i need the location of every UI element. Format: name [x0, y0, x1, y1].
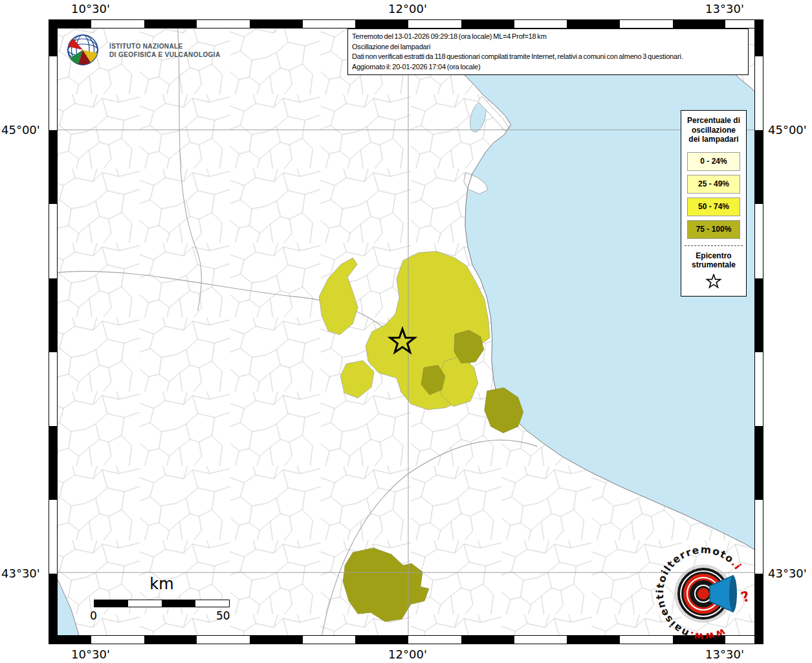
scalebar [94, 600, 230, 607]
legend-label-50-74: 50 - 74% [698, 202, 729, 211]
effect-subtitle: Oscillazione dei lampadari [352, 42, 744, 52]
lat-label-left-bottom: 43°30' [1, 567, 40, 580]
hsit-map-page: 10°30' 12°00' 13°30' 10°30' 12°00' 13°30… [0, 0, 812, 663]
scalebar-segment [128, 600, 162, 607]
lon-label-top-left: 10°30' [55, 2, 126, 16]
legend-label-25-49: 25 - 49% [698, 179, 729, 188]
intensity-legend: Percentuale di oscillazione dei lampadar… [681, 110, 747, 297]
legend-swatch-50-74: 50 - 74% [687, 197, 740, 216]
lon-label-bottom-right: 13°30' [689, 647, 760, 661]
scalebar-segment [94, 600, 128, 607]
hsit-logo[interactable]: ? www.haisentitoilterremoto.it [648, 538, 759, 649]
lat-label-left-top: 45°00' [1, 123, 40, 137]
lon-label-bottom-left: 10°30' [55, 647, 126, 661]
legend-swatch-0-24: 0 - 24% [687, 152, 740, 171]
legend-label-0-24: 0 - 24% [700, 157, 727, 166]
legend-swatch-75-100: 75 - 100% [687, 220, 740, 239]
lon-label-bottom-mid: 12°00' [372, 647, 443, 661]
legend-label-75-100: 75 - 100% [696, 225, 732, 234]
legend-swatch-25-49: 25 - 49% [687, 175, 740, 194]
lon-label-top-mid: 12°00' [372, 2, 443, 16]
ingv-globe-icon [62, 30, 104, 71]
earthquake-info-box: Terremoto del 13-01-2026 09:29:18 (ora l… [347, 28, 749, 75]
event-title: Terremoto del 13-01-2026 09:29:18 (ora l… [352, 32, 744, 42]
ingv-name-line1: ISTITUTO NAZIONALE [109, 42, 221, 51]
ingv-logo-block: ISTITUTO NAZIONALE DI GEOFISICA E VULCAN… [62, 30, 221, 71]
scalebar-end: 50 [216, 609, 230, 622]
border-ticks-left [49, 20, 58, 644]
hsit-url-prefix: www. [687, 626, 727, 643]
scalebar-segment [195, 600, 229, 607]
ingv-name-line2: DI GEOFISICA E VULCANOLOGIA [109, 51, 221, 59]
border-ticks-top [49, 20, 763, 28]
legend-epicenter-label: Epicentro strumentale [681, 251, 746, 270]
intensity-patches-50-74 [319, 251, 490, 409]
updated-timestamp: Aggiornato il: 20-01-2026 17:04 (ora loc… [352, 62, 744, 73]
scalebar-unit: km [116, 575, 207, 593]
hsit-question-mark: ? [739, 588, 752, 606]
lon-label-top-right: 13°30' [689, 2, 760, 16]
data-disclaimer: Dati non verificati estratti da 118 ques… [352, 52, 744, 62]
legend-star-icon [705, 274, 722, 289]
lat-label-right-top: 45°00' [768, 123, 807, 137]
legend-title: Percentuale di oscillazione dei lampadar… [681, 115, 746, 148]
scalebar-start: 0 [90, 609, 97, 622]
legend-divider [685, 245, 743, 246]
scalebar-segment [162, 600, 195, 607]
lat-label-right-bottom: 43°30' [768, 567, 807, 580]
